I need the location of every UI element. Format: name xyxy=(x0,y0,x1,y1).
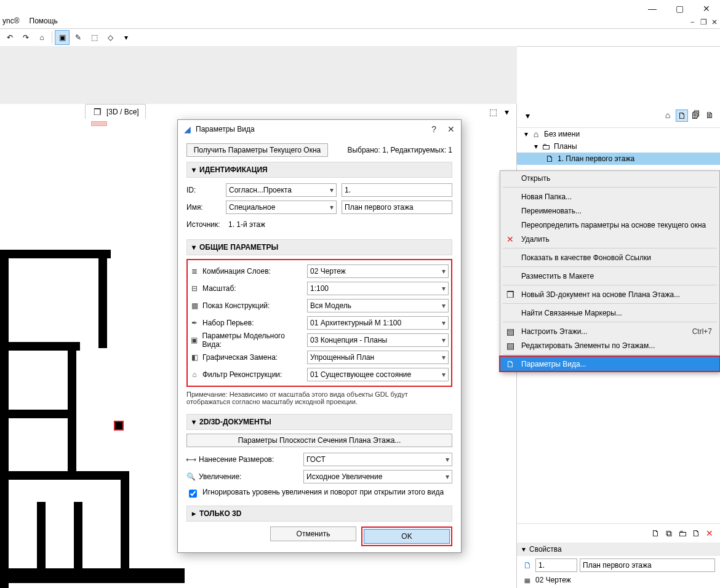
ok-button[interactable]: OK xyxy=(364,529,450,544)
minimize-icon[interactable]: — xyxy=(639,0,666,17)
inner-minimize-icon[interactable]: − xyxy=(687,17,698,27)
ctx-new-3d-doc[interactable]: ❒Новый 3D-документ на основе Плана Этажа… xyxy=(500,287,719,301)
get-current-button[interactable]: Получить Параметры Текущего Окна xyxy=(186,143,328,157)
chevron-down-icon: ▾ xyxy=(442,284,446,293)
view-settings-icon: 🗋 xyxy=(505,359,515,369)
inner-restore-icon[interactable]: ❐ xyxy=(698,17,709,27)
layout-book-icon[interactable]: 🗐 xyxy=(690,109,702,121)
properties-id-input[interactable] xyxy=(535,558,577,572)
section-2d3d[interactable]: ▾ 2D/3D-ДОКУМЕНТЫ xyxy=(186,414,452,430)
menu-item-help[interactable]: Помощь xyxy=(30,17,58,25)
name-mode-select[interactable]: Специальное▾ xyxy=(226,201,337,214)
maximize-icon[interactable]: ▢ xyxy=(666,0,693,17)
zoom-label: Увеличение: xyxy=(199,472,241,481)
ctx-open[interactable]: Открыть xyxy=(500,171,719,185)
section-2d3d-label: 2D/3D-ДОКУМЕНТЫ xyxy=(199,418,271,426)
draw-tool-icon[interactable]: ✎ xyxy=(71,30,86,45)
menu-item-sync[interactable]: ync® xyxy=(2,17,20,25)
trace-icon[interactable]: ⬚ xyxy=(487,106,498,117)
window-controls: — ▢ ✕ xyxy=(639,0,720,17)
tree-root-label: Без имени xyxy=(544,130,580,138)
layers-label: Комбинация Слоев: xyxy=(202,267,271,276)
graphic-override-icon: ◧ xyxy=(190,353,199,362)
ctx-story-shortcut: Ctrl+7 xyxy=(692,327,712,336)
section-identification[interactable]: ▾ ИДЕНТИФИКАЦИЯ xyxy=(186,162,452,178)
ctx-rename[interactable]: Переименовать... xyxy=(500,204,719,218)
dim-select[interactable]: ГОСТ▾ xyxy=(303,453,452,466)
properties-name-input[interactable] xyxy=(580,558,715,572)
structure-select[interactable]: Вся Модель▾ xyxy=(307,299,449,312)
publisher-set-icon[interactable]: 🗎 xyxy=(704,109,715,121)
delete-item-icon[interactable]: ✕ xyxy=(704,528,715,539)
tree-root[interactable]: ▾ ⌂ Без имени xyxy=(517,128,720,140)
penset-select[interactable]: 01 Архитектурный М 1:100▾ xyxy=(307,316,449,330)
help-icon[interactable]: ? xyxy=(431,124,436,134)
chevron-down-icon[interactable]: ▾ xyxy=(524,130,528,138)
close-icon[interactable]: ✕ xyxy=(447,124,455,134)
mvo-label: Параметры Модельного Вида: xyxy=(202,332,302,349)
name-input[interactable] xyxy=(342,201,452,214)
tab-3d-all[interactable]: ❒ [3D / Все] xyxy=(85,104,146,119)
navigator-menu-icon[interactable]: ▾ xyxy=(522,110,533,121)
tree-view-label: 1. План первого этажа xyxy=(558,154,634,163)
folder-icon: 🗀 xyxy=(540,141,551,152)
ctx-markers-label: Найти Связанные Маркеры... xyxy=(521,309,622,317)
dropdown-icon[interactable]: ▾ xyxy=(119,30,134,45)
clone-folder-icon[interactable]: ⧉ xyxy=(663,528,674,539)
ctx-find-markers[interactable]: Найти Связанные Маркеры... xyxy=(500,306,719,320)
layers-select[interactable]: 02 Чертеж▾ xyxy=(307,264,449,278)
ctx-view-settings[interactable]: 🗋 Параметры Вида... xyxy=(500,357,719,371)
scale-icon: ⊟ xyxy=(190,284,199,293)
ctx-place-on-layout[interactable]: Разместить в Макете xyxy=(500,269,719,283)
chevron-down-icon[interactable]: ▾ xyxy=(534,142,538,151)
document-view-icon[interactable]: ⬚ xyxy=(87,30,102,45)
ctx-story-settings[interactable]: ▤ Настроить Этажи... Ctrl+7 xyxy=(500,324,719,338)
structure-label: Показ Конструкций: xyxy=(202,301,270,310)
chevron-down-icon: ▾ xyxy=(522,545,526,554)
new-folder-icon[interactable]: 🗀 xyxy=(677,528,688,539)
delete-icon: ✕ xyxy=(505,234,515,244)
tab-grip[interactable] xyxy=(91,121,107,126)
view-settings-dialog: ◢ Параметры Вида ? ✕ Получить Параметры … xyxy=(177,119,462,553)
zoom-select[interactable]: Исходное Увеличение▾ xyxy=(303,470,452,483)
layers-icon: ≣ xyxy=(190,267,199,276)
properties-label: Свойства xyxy=(529,545,562,554)
tab-menu-icon[interactable]: ▾ xyxy=(501,106,512,117)
close-icon[interactable]: ✕ xyxy=(693,0,720,17)
id-input[interactable] xyxy=(342,183,452,197)
ctx-show-as-link[interactable]: Показать в качестве Фоновой Ссылки xyxy=(500,250,719,264)
inner-close-icon[interactable]: ✕ xyxy=(709,17,720,27)
ctx-new-folder[interactable]: Новая Папка... xyxy=(500,189,719,204)
redo-icon[interactable]: ↷ xyxy=(18,30,33,45)
tree-folder-plans[interactable]: ▾ 🗀 Планы xyxy=(517,140,720,153)
ctx-new-folder-label: Новая Папка... xyxy=(521,193,572,201)
section-3d-only[interactable]: ▸ ТОЛЬКО 3D xyxy=(186,506,452,522)
properties-header[interactable]: ▾ Свойства xyxy=(517,542,720,556)
ctx-edit-by-story[interactable]: ▤Редактировать Элементы по Этажам... xyxy=(500,338,719,352)
magnifier-icon: 🔍 xyxy=(186,472,195,481)
ctx-redefine[interactable]: Переопределить параметры на основе текущ… xyxy=(500,218,719,232)
ctx-delete[interactable]: ✕Удалить xyxy=(500,232,719,246)
cut-plane-settings-button[interactable]: Параметры Плоскости Сечения Плана Этажа.… xyxy=(186,434,452,447)
home-icon[interactable]: ⌂ xyxy=(34,30,49,45)
scale-select[interactable]: 1:100▾ xyxy=(307,282,449,295)
mvo-select[interactable]: 03 Концепция - Планы▾ xyxy=(307,333,449,347)
new-view-icon[interactable]: 🗋 xyxy=(650,528,661,539)
ignore-zoom-checkbox[interactable] xyxy=(189,490,197,498)
id-mode-select[interactable]: Согласн...Проекта▾ xyxy=(226,183,337,197)
view-map-icon[interactable]: 🗋 xyxy=(676,109,688,122)
pen-icon: ✒ xyxy=(190,319,199,327)
archicad-logo-icon: ◢ xyxy=(184,124,191,134)
selection-tool-icon[interactable]: ▣ xyxy=(55,30,70,45)
section-general[interactable]: ▾ ОБЩИЕ ПАРАМЕТРЫ xyxy=(186,239,452,255)
undo-icon[interactable]: ↶ xyxy=(2,30,17,45)
go-select[interactable]: Упрощенный План▾ xyxy=(307,351,449,364)
chevron-down-icon: ▾ xyxy=(330,203,334,212)
structure-icon: ▦ xyxy=(190,301,199,310)
save-view-icon[interactable]: 🗋 xyxy=(690,528,702,539)
camera-tool-icon[interactable]: ◇ xyxy=(103,30,118,45)
project-map-icon[interactable]: ⌂ xyxy=(662,109,673,121)
reno-select[interactable]: 01 Существующее состояние▾ xyxy=(307,368,449,381)
cancel-button[interactable]: Отменить xyxy=(270,526,356,541)
tree-view-first-floor[interactable]: 🗋 1. План первого этажа xyxy=(517,153,720,165)
